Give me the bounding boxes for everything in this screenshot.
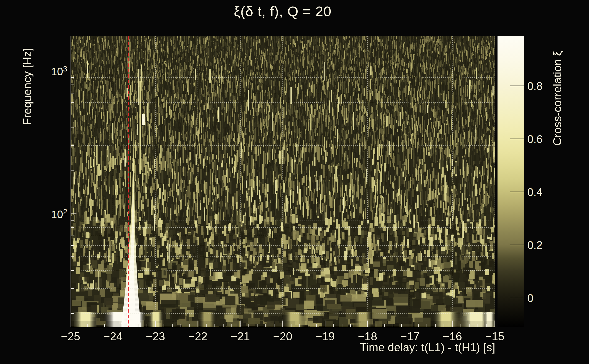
colorbar-tick	[510, 298, 524, 298]
colorbar	[497, 36, 524, 327]
y-tick-label: 103	[51, 64, 67, 78]
x-tick-label: −25	[61, 330, 80, 343]
y-axis-title: Frequency [Hz]	[21, 48, 34, 125]
x-tick-label: −22	[188, 330, 208, 343]
colorbar-tick-label: 0.4	[527, 186, 543, 198]
colorbar-tick	[510, 85, 524, 86]
colorbar-tick-label: 0.8	[527, 80, 543, 92]
figure-title: ξ(δ t, f), Q = 20	[234, 3, 332, 19]
x-tick-label: −21	[230, 330, 250, 343]
colorbar-tick-label: 0.6	[527, 133, 543, 145]
x-tick-label: −23	[146, 330, 165, 343]
heatmap-canvas	[71, 36, 495, 327]
colorbar-tick-label: 0.2	[527, 239, 543, 251]
x-axis-title: Time delay: t(L1) - t(H1) [s]	[360, 341, 495, 354]
x-tick-label: −24	[103, 330, 123, 343]
figure-root: ξ(δ t, f), Q = 20 Frequency [Hz] −25−24−…	[0, 0, 589, 364]
colorbar-tick	[510, 245, 524, 245]
colorbar-title: Cross-correlation ξ	[551, 51, 564, 146]
x-tick-label: −19	[315, 330, 335, 343]
colorbar-tick	[510, 192, 524, 192]
y-tick-label: 102	[51, 207, 67, 221]
colorbar-tick-label: 0	[527, 292, 533, 304]
colorbar-tick	[510, 139, 524, 139]
x-tick-label: −20	[273, 330, 292, 343]
